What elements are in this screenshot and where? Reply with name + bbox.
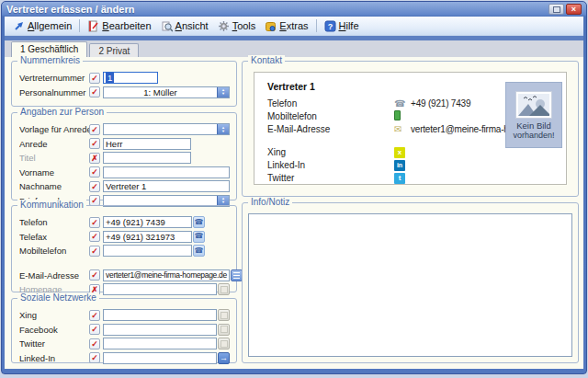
menu-bar: Allgemein Bearbeiten Ansicht Tools Extra… (5, 17, 583, 36)
menu-label: E (279, 20, 286, 31)
titlebar: Vertreter erfassen / ändern × (2, 2, 586, 17)
picture-icon (515, 91, 552, 119)
validate-cross-icon[interactable]: ✗ (89, 153, 100, 164)
contact-row: Linked-In in (267, 159, 492, 171)
window-controls: × (548, 4, 582, 15)
personalnummer-label: Personalnummer (19, 87, 89, 97)
open-linkedin-button[interactable]: → (218, 352, 230, 364)
mobiltelefon-label: Mobiltelefon (19, 246, 89, 256)
menu-label: xtras (287, 20, 309, 31)
titel-input[interactable] (103, 152, 191, 164)
validate-check-icon[interactable]: ✓ (89, 246, 100, 257)
telefon-input[interactable]: +49 (921) 7439 (103, 216, 192, 228)
validate-check-icon[interactable]: ✓ (89, 166, 100, 178)
group-kommunikation: Kommunikation Telefon ✓ +49 (921) 7439 ☎… (11, 205, 237, 292)
open-homepage-button (218, 283, 230, 295)
no-image-placeholder[interactable]: Kein Bildvorhanden! (505, 82, 562, 148)
vertreternummer-label: Vertreternummer (19, 73, 89, 83)
menu-separator (79, 19, 80, 32)
form-row: Telefax ✓ +49 (921) 321973 ☎ (19, 231, 230, 243)
contact-twitter-label: Twitter (267, 173, 394, 183)
form-row: Twitter ✓ (19, 338, 230, 349)
anrede-input[interactable]: Herr (103, 138, 191, 150)
validate-check-icon[interactable]: ✓ (89, 86, 100, 97)
mobile-phone-icon (394, 110, 411, 122)
validate-check-icon[interactable]: ✓ (89, 181, 100, 192)
selected-value (104, 124, 217, 134)
menu-extras[interactable]: Extras (260, 18, 312, 34)
menu-hilfe[interactable]: ? Hilfe (320, 18, 364, 34)
nachname-label: Nachname (19, 181, 89, 191)
vorlage-anrede-select[interactable]: ▲▼ (103, 123, 230, 135)
link-icon (220, 312, 228, 319)
group-title: Soziale Netzwerke (17, 292, 99, 303)
dial-phone-button[interactable]: ☎ (193, 216, 205, 228)
dial-phone-button[interactable]: ☎ (193, 231, 205, 243)
arrow-down-icon: ▼ (221, 130, 225, 133)
group-nummernkreis: Nummernkreis Vertreternummer ✓ 1 Persona… (11, 61, 237, 107)
validate-check-icon[interactable]: ✓ (89, 310, 100, 321)
mobiltelefon-input[interactable] (103, 245, 192, 257)
facebook-input[interactable] (103, 324, 217, 336)
phone-icon: ☎ (394, 98, 411, 109)
validate-check-icon[interactable]: ✓ (89, 124, 100, 135)
menu-bearbeiten[interactable]: Bearbeiten (83, 18, 155, 34)
validate-check-icon[interactable]: ✓ (89, 352, 100, 363)
open-twitter-button (218, 338, 230, 349)
menu-allgemein[interactable]: Allgemein (8, 18, 76, 34)
nachname-input[interactable]: Vertreter 1 (103, 180, 230, 192)
linkedin-icon[interactable]: in (394, 159, 411, 171)
form-row: E-Mail-Adresse ✓ verteter1@meine-firma-h… (19, 269, 230, 281)
contact-mobil-label: Mobiltelefon (267, 111, 394, 121)
vorname-label: Vorname (19, 167, 89, 178)
validate-check-icon[interactable]: ✓ (89, 217, 100, 228)
combo-spinner-button[interactable]: ▲▼ (217, 124, 229, 134)
contact-row: E-Mail-Adresse ✉ verteter1@meine-firma-h… (267, 123, 492, 135)
group-title: Kontakt (248, 55, 285, 65)
link-icon (220, 340, 228, 348)
dial-phone-button[interactable]: ☎ (193, 245, 205, 257)
telefax-input[interactable]: +49 (921) 321973 (103, 231, 192, 243)
close-button[interactable]: × (566, 4, 582, 15)
xing-icon[interactable]: x (394, 146, 411, 158)
combo-spinner-button[interactable]: ▲▼ (217, 87, 229, 97)
validate-check-icon[interactable]: ✓ (89, 269, 100, 281)
twitter-icon[interactable]: t (394, 172, 411, 184)
personalnummer-select[interactable]: 1: Müller ▲▼ (103, 86, 230, 98)
form-row: Facebook ✓ (19, 324, 230, 336)
form-row: Linked-In ✓ → (19, 352, 230, 364)
validate-check-icon[interactable]: ✓ (89, 73, 100, 84)
form-row: Vorname ✓ (19, 166, 230, 178)
validate-check-icon[interactable]: ✓ (89, 138, 100, 149)
tab-strip: 1 Geschäftlich 2 Privat (5, 40, 583, 57)
menu-ansicht[interactable]: Ansicht (156, 18, 213, 34)
vertreternummer-input[interactable]: 1 (103, 72, 158, 84)
arrow-down-icon: ▼ (221, 92, 225, 96)
info-notiz-textarea[interactable] (248, 213, 572, 357)
form-row: Telefon ✓ +49 (921) 7439 ☎ (19, 216, 230, 228)
validate-check-icon[interactable]: ✓ (89, 324, 100, 335)
group-title: Info/Notiz (248, 197, 292, 207)
form-row: Nachname ✓ Vertreter 1 (19, 180, 230, 192)
group-soziale-netzwerke: Soziale Netzwerke Xing ✓ Facebook ✓ (11, 298, 237, 363)
tab-privat[interactable]: 2 Privat (89, 43, 139, 57)
xing-input[interactable] (103, 309, 217, 321)
group-angaben-zur-person: Angaben zur Person Vorlage für Anrede ✓ … (11, 112, 237, 200)
menu-label: earbeiten (109, 20, 152, 31)
linkedin-input[interactable] (103, 352, 217, 364)
homepage-input[interactable] (103, 283, 217, 295)
contact-row: Twitter t (267, 172, 492, 184)
link-icon (220, 326, 228, 333)
open-xing-button (218, 309, 230, 321)
validate-check-icon[interactable]: ✓ (89, 231, 100, 242)
vorname-input[interactable] (103, 166, 230, 178)
form-row: Vertreternummer ✓ 1 (19, 72, 230, 84)
allgemein-arrow-icon (13, 20, 25, 32)
menu-label: ilfe (345, 20, 358, 31)
validate-check-icon[interactable]: ✓ (89, 338, 100, 349)
twitter-input[interactable] (103, 338, 217, 349)
contact-telefon-value: +49 (921) 7439 (411, 98, 470, 109)
email-input[interactable]: verteter1@meine-firma-homepage.de (103, 269, 230, 281)
menu-tools[interactable]: Tools (213, 18, 261, 34)
restore-button[interactable] (548, 4, 564, 15)
